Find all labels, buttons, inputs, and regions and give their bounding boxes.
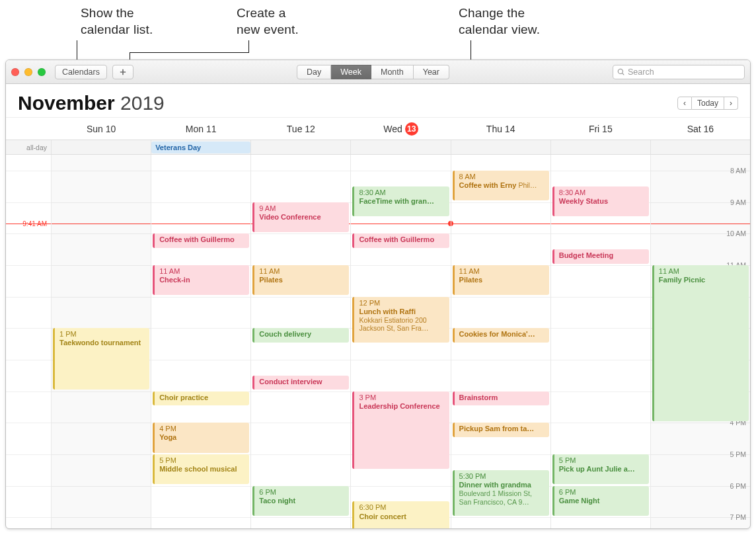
view-year[interactable]: Year	[414, 65, 449, 79]
view-week[interactable]: Week	[331, 65, 371, 79]
allday-slot[interactable]	[350, 140, 450, 154]
allday-slot[interactable]	[51, 140, 151, 154]
day-header: Sun 10Mon 11Tue 12Wed13Thu 14Fri 15Sat 1…	[6, 118, 750, 140]
day-header-cell[interactable]: Sun 10	[51, 118, 151, 140]
calendar-event[interactable]: Coffee with Guillermo	[153, 233, 249, 248]
calendar-event[interactable]: Budget Meeting	[552, 249, 649, 264]
close-icon[interactable]	[11, 68, 19, 76]
calendar-event[interactable]: Cookies for Monica'…	[453, 328, 549, 343]
search-icon	[617, 68, 625, 76]
calendar-event[interactable]: Pickup Sam from ta…	[453, 423, 549, 437]
calendar-event[interactable]: 12 PMLunch with RaffiKokkari Estiatorio …	[352, 297, 449, 343]
calendar-event[interactable]: Choir practice	[153, 391, 249, 406]
day-column[interactable]: 8:30 AMWeekly StatusBudget Meeting5 PMPi…	[550, 155, 650, 529]
day-header-cell[interactable]: Mon 11	[151, 118, 250, 140]
calendar-event[interactable]: 11 AMCheck-in	[153, 265, 249, 296]
calendar-event[interactable]: 6:30 PMChoir concert	[352, 501, 449, 529]
calendar-event[interactable]: 5:30 PMDinner with grandmaBoulevard 1 Mi…	[453, 470, 549, 516]
day-column[interactable]: 8:30 AMFaceTime with gran…Coffee with Gu…	[350, 155, 450, 529]
calendar-event[interactable]: 8 AMCoffee with Erny Phil…	[453, 171, 549, 201]
minimize-icon[interactable]	[24, 68, 32, 76]
callout-view: Change the calendar view.	[459, 5, 540, 38]
calendar-event[interactable]: 9 AMVideo Conference	[252, 202, 349, 233]
view-month[interactable]: Month	[371, 65, 414, 79]
view-segment: Day Week Month Year	[297, 65, 449, 79]
prev-week-button[interactable]: ‹	[677, 97, 692, 110]
week-grid: 8 AM9 AM10 AM11 AMNoon1 PM2 PM3 PM4 PM5 …	[6, 155, 750, 529]
calendar-event[interactable]: 11 AMPilates	[252, 265, 349, 296]
allday-slot[interactable]: Veterans Day	[151, 140, 250, 154]
month-header: November 2019 ‹ Today ›	[6, 84, 750, 118]
calendar-event[interactable]: 3 PMLeadership Conference	[352, 391, 449, 469]
calendar-event[interactable]: 5 PMPick up Aunt Julie a…	[552, 454, 649, 485]
today-badge: 13	[405, 122, 418, 136]
calendar-event[interactable]: 8:30 AMFaceTime with gran…	[352, 186, 449, 217]
allday-slot[interactable]	[550, 140, 650, 154]
calendar-event[interactable]: 6 PMTaco night	[252, 486, 349, 516]
calendar-event[interactable]: 11 AMFamily Picnic	[652, 265, 749, 421]
allday-slot[interactable]	[451, 140, 550, 154]
day-column[interactable]: 9 AMVideo Conference11 AMPilatesCouch de…	[250, 155, 350, 529]
calendar-event[interactable]: Brainstorm	[453, 391, 549, 406]
titlebar: Calendars Day Week Month Year Search	[6, 60, 750, 84]
day-column[interactable]: Coffee with Guillermo11 AMCheck-inChoir …	[151, 155, 250, 529]
allday-slot[interactable]	[250, 140, 350, 154]
day-column[interactable]: 11 AMFamily Picnic	[650, 155, 750, 529]
week-nav: ‹ Today ›	[677, 97, 738, 110]
today-button[interactable]: Today	[692, 97, 724, 110]
new-event-button[interactable]	[112, 65, 133, 79]
calendar-event[interactable]: Conduct interview	[252, 376, 349, 390]
calendar-window: Calendars Day Week Month Year Search Nov…	[5, 60, 751, 529]
allday-row: all-day Veterans Day	[6, 140, 750, 155]
day-column[interactable]: 8 AMCoffee with Erny Phil…11 AMPilatesCo…	[451, 155, 550, 529]
calendar-event[interactable]: 1 PMTaekwondo tournament	[53, 328, 149, 390]
day-header-cell[interactable]: Fri 15	[550, 118, 650, 140]
allday-label: all-day	[6, 140, 51, 154]
calendar-event[interactable]: Couch delivery	[252, 328, 349, 343]
calendar-event[interactable]: 11 AMPilates	[453, 265, 549, 296]
search-placeholder: Search	[628, 67, 654, 77]
calendars-button[interactable]: Calendars	[55, 65, 107, 79]
window-controls	[11, 68, 46, 76]
day-header-cell[interactable]: Wed13	[350, 118, 450, 140]
day-column[interactable]: 1 PMTaekwondo tournament	[51, 155, 151, 529]
allday-event[interactable]: Veterans Day	[151, 142, 250, 153]
calendar-event[interactable]: 5 PMMiddle school musical	[153, 454, 249, 485]
view-day[interactable]: Day	[297, 65, 331, 79]
callout-calendar-list: Show the calendar list.	[81, 5, 153, 38]
calendar-event[interactable]: 8:30 AMWeekly Status	[552, 186, 649, 217]
allday-slot[interactable]	[650, 140, 750, 154]
day-header-cell[interactable]: Thu 14	[451, 118, 550, 140]
day-header-cell[interactable]: Tue 12	[250, 118, 350, 140]
day-header-cell[interactable]: Sat 16	[650, 118, 750, 140]
calendar-event[interactable]: Coffee with Guillermo	[352, 233, 449, 248]
page-title: November 2019	[18, 92, 165, 114]
next-week-button[interactable]: ›	[724, 97, 738, 110]
search-input[interactable]: Search	[613, 65, 745, 79]
callout-new-event: Create a new event.	[237, 5, 299, 38]
calendar-event[interactable]: 6 PMGame Night	[552, 486, 649, 516]
fullscreen-icon[interactable]	[38, 68, 46, 76]
plus-icon	[120, 68, 126, 76]
calendar-event[interactable]: 4 PMYoga	[153, 423, 249, 453]
